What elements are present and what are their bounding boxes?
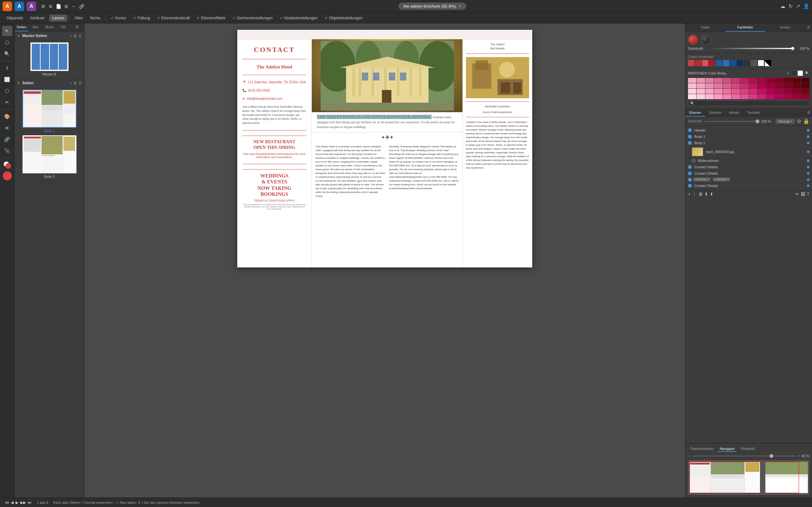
color-cell-14[interactable] [801,78,809,83]
color-cell-2[interactable] [697,78,705,83]
tool-text[interactable]: T [2,63,12,73]
color-cell-51[interactable] [757,94,766,99]
tool-shape[interactable]: ⬡ [2,86,12,96]
menu-nichts[interactable]: Nichts [87,14,103,21]
recent-swatch-5[interactable] [716,60,722,66]
color-cell-56[interactable] [801,94,809,99]
pages-action-add[interactable]: + [70,81,72,85]
menu-stilpanele[interactable]: Stilpanele [3,14,26,21]
tool-pen[interactable]: ✏ [2,97,12,107]
document-tab[interactable]: the-adelyn-brochure (82.9%) ✕ [398,3,466,10]
recent-swatch-4[interactable] [709,60,715,66]
color-cell-34[interactable] [731,89,740,94]
toolbar-icon-settings2[interactable]: ⚙ [49,4,53,9]
master-header[interactable]: ▼ Master-Seiten + 🗑 ☰ [14,32,84,40]
recent-swatch-1[interactable] [688,60,694,66]
color-grid-dropdown[interactable]: ▾ [787,71,789,75]
color-cell-36[interactable] [749,89,757,94]
color-cell-39[interactable] [775,89,783,94]
color-cell-15[interactable] [688,83,696,89]
tab-farbe[interactable]: Farbe [686,23,725,32]
tab-seiten[interactable]: Seiten [14,23,29,32]
recent-swatch-7[interactable] [730,60,736,66]
nav-tab-navigator[interactable]: Navigator [718,446,737,452]
recent-swatch-10[interactable] [751,60,757,66]
tool-zoom[interactable]: 🔍 [2,49,12,59]
color-cell-28[interactable] [801,83,809,89]
color-cell-31[interactable] [705,89,714,94]
layer-action-pic[interactable]: 🖼 [801,192,805,196]
play-icon[interactable]: ▶ [15,500,18,505]
layer-tab-absatz[interactable]: Absatz [725,109,744,117]
color-cell-22[interactable] [749,83,757,89]
master-action-add[interactable]: + [70,34,72,38]
color-cell-27[interactable] [792,83,801,89]
layer-action-1[interactable]: + [688,192,691,196]
layer-action-2[interactable]: ⋮ [693,192,697,196]
color-cell-55[interactable] [792,94,801,99]
tool-eye[interactable]: 👁 [2,123,12,133]
tab-more[interactable]: ☰ [70,23,84,32]
grid-black[interactable] [791,70,797,76]
close-tab-icon[interactable]: ✕ [458,4,461,8]
color-cell-48[interactable] [731,94,740,99]
color-cell-5[interactable] [723,78,731,83]
app-icon-2[interactable]: A [14,2,24,11]
toolbar-icon-view[interactable]: ⊞ [64,4,68,9]
color-cell-9[interactable] [757,78,766,83]
master-action-del[interactable]: 🗑 [73,34,77,38]
color-cell-17[interactable] [705,83,714,89]
toolbar-icon-sync[interactable]: ↻ [789,3,793,9]
color-cell-29[interactable] [688,89,696,94]
menu-zeichen[interactable]: ✓ Zeicheneinstellungen [229,14,276,21]
toolbar-icon-link[interactable]: 🔗 [79,4,84,9]
grid-white[interactable] [798,70,803,76]
nav-zoom-slider[interactable] [692,455,796,457]
nav-last-icon[interactable]: ⏭ [28,500,32,505]
blend-mode-dropdown[interactable]: Normal ▾ [776,119,795,124]
tab-ckl[interactable]: Ckl [56,23,70,32]
menu-objekt[interactable]: ✓ Objekteinstellungen [322,14,366,21]
layer-tab-textstile[interactable]: Textstile [744,109,764,117]
color-cell-33[interactable] [723,89,731,94]
color-cell-41[interactable] [792,89,801,94]
layer-action-5[interactable]: ⬇ [710,192,713,196]
recent-swatch-11[interactable] [758,60,764,66]
color-cell-11[interactable] [775,78,783,83]
color-cell-23[interactable] [757,83,766,89]
toolbar-icon-arrow[interactable]: ↔ [71,4,76,9]
recent-swatch-2[interactable] [695,60,701,66]
nav-next-icon[interactable]: ▶▶ [20,500,26,505]
tool-node[interactable]: ⬡ [2,38,12,48]
layer-tab-ebenen[interactable]: Ebenen [686,109,705,117]
layer-contact-1[interactable]: Contact Details [686,164,812,170]
menu-ebeneneffekte[interactable]: ✓ Ebeneneffekte [194,14,229,21]
toolbar-icon-share[interactable]: ↗ [796,3,800,9]
color-cell-54[interactable] [784,94,792,99]
tool-note[interactable]: 📎 [2,146,12,156]
layer-action-3[interactable]: 🗑 [699,192,703,196]
toolbar-icon-doc[interactable]: 📄 [56,4,61,9]
color-cell-38[interactable] [766,89,774,94]
color-cell-44[interactable] [697,94,705,99]
canvas-area[interactable]: CONTACT The Adelyn Hotel 📍 111 Swift Ave… [84,23,685,498]
tab-farbfelder[interactable]: Farbfelder [725,23,765,32]
layer-tab-zeichen[interactable]: Zeichen [705,109,725,117]
pages-action-del[interactable]: 🗑 [73,81,77,85]
layer-settings-icon[interactable]: ⚙ [797,118,801,124]
color-cell-43[interactable] [688,94,696,99]
color-cell-53[interactable] [775,94,783,99]
page-2-container[interactable]: Lorem ipsum text content area Seite 2 [17,135,82,178]
menu-kontur[interactable]: ✓ Kontur [107,14,130,21]
zoom-plus-icon[interactable]: + [798,454,800,458]
color-cell-10[interactable] [766,78,774,83]
app-icon-1[interactable]: A [3,2,12,11]
layer-body2[interactable]: Body 2 [686,140,812,146]
color-cell-7[interactable] [740,78,749,83]
toolbar-icon-cloud[interactable]: ☁ [780,3,785,9]
color-cell-42[interactable] [801,89,809,94]
nav-tab-transform[interactable]: Transformieren [688,446,715,452]
color-swatch-red[interactable] [688,35,698,45]
color-cell-46[interactable] [714,94,722,99]
layer-action-4[interactable]: ⬆ [705,192,708,196]
